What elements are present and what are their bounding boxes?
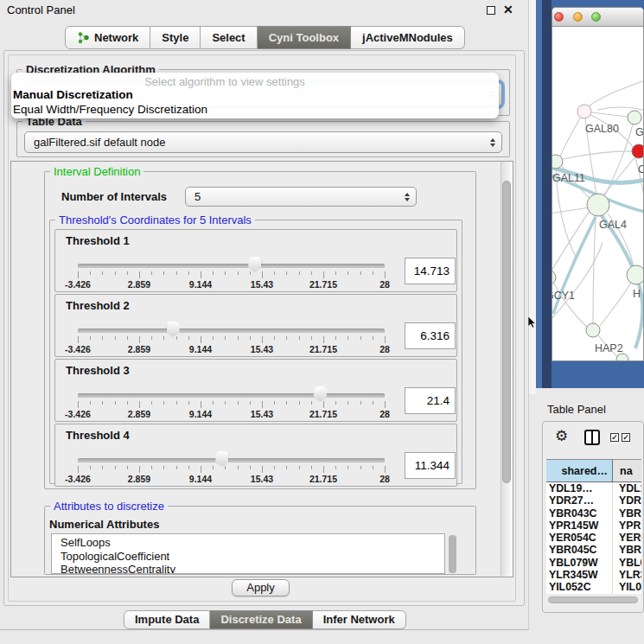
number-of-intervals-combobox[interactable]: 5	[185, 187, 417, 207]
numerical-attributes-list[interactable]: SelfLoopsTopologicalCoefficientBetweenne…	[51, 533, 445, 574]
slider-thumb[interactable]	[248, 257, 261, 272]
slider-thumb[interactable]	[167, 322, 180, 337]
panel-divider[interactable]	[529, 0, 536, 394]
tick-mark	[311, 401, 312, 405]
tab-network[interactable]: Network	[65, 26, 150, 49]
network-node-green[interactable]	[586, 323, 600, 337]
slider-thumb[interactable]	[215, 451, 228, 467]
node-label: GAL80	[585, 123, 619, 135]
network-edge[interactable]	[604, 124, 633, 196]
node-label: H	[633, 288, 641, 300]
network-edge[interactable]	[600, 283, 631, 326]
column-header-shared-name[interactable]: shared…	[546, 460, 613, 481]
table-row[interactable]: YDL19…YDL19…	[546, 482, 641, 494]
network-node-green[interactable]	[628, 111, 641, 124]
network-node-green[interactable]	[627, 265, 644, 284]
list-item[interactable]: BetweennessCentrality	[52, 563, 444, 574]
network-edge[interactable]	[593, 216, 596, 323]
threshold-block: Threshold 2-3.4262.8599.14415.4321.71528…	[54, 294, 457, 357]
network-node-green[interactable]	[587, 194, 609, 216]
tick-mark	[238, 271, 239, 275]
network-node-green[interactable]	[552, 270, 556, 285]
tab-cyni-toolbox[interactable]: Cyni Toolbox	[258, 26, 351, 49]
attributes-list-scrollbar[interactable]	[449, 535, 456, 573]
tick-mark	[274, 336, 275, 340]
slider-track[interactable]	[78, 458, 385, 462]
cell-name: YDL19…	[613, 482, 641, 494]
table-row[interactable]: YBL079WYBL079W	[546, 557, 641, 569]
algorithm-option[interactable]: Manual Discretization	[13, 88, 133, 101]
threshold-value-field[interactable]: 6.316	[405, 322, 456, 349]
apply-button[interactable]: Apply	[232, 579, 290, 596]
minimize-window-icon[interactable]	[573, 12, 583, 22]
network-edge[interactable]	[597, 107, 644, 111]
tick-mark	[90, 271, 91, 275]
network-edge[interactable]	[560, 117, 581, 156]
control-panel-titlebar: Control Panel ✕	[0, 0, 529, 21]
table-data-combobox[interactable]: galFiltered.sif default node	[24, 131, 502, 153]
table-row[interactable]: YDR27…YDR27…	[546, 494, 641, 507]
tick-mark	[213, 271, 214, 275]
cell-name: YER054C	[613, 532, 641, 544]
tick-mark	[250, 401, 251, 405]
gear-icon[interactable]: ⚙	[555, 427, 568, 445]
algorithm-option[interactable]: Equal Width/Frequency Discretization	[13, 103, 207, 116]
tab-jactivemnodules[interactable]: jActiveMNodules	[351, 26, 465, 49]
checkbox-icon[interactable]: ✓	[610, 433, 619, 442]
tick-mark	[323, 466, 324, 473]
network-node-green[interactable]	[552, 155, 563, 169]
table-hscrollbar-track[interactable]	[546, 596, 641, 604]
tick-label: 28	[379, 279, 390, 290]
tick-mark	[78, 401, 79, 408]
threshold-value-field[interactable]: 14.713	[405, 258, 456, 284]
threshold-value-field[interactable]: 21.4	[405, 387, 456, 414]
tick-mark	[238, 466, 239, 469]
tick-mark	[115, 336, 116, 340]
close-window-icon[interactable]	[554, 12, 564, 22]
table-row[interactable]: YBR045CYBR045C	[546, 544, 641, 556]
tab-discretize-data[interactable]: Discretize Data	[210, 610, 312, 629]
float-window-icon[interactable]	[487, 6, 495, 15]
network-node-green[interactable]	[616, 354, 628, 361]
table-row[interactable]: YIL052CYIL052C	[546, 581, 641, 593]
tab-style[interactable]: Style	[150, 26, 201, 49]
network-edge[interactable]	[552, 207, 588, 214]
tab-select[interactable]: Select	[201, 26, 257, 49]
slider-track[interactable]	[78, 393, 385, 398]
slider-track[interactable]	[78, 264, 385, 268]
tab-infer-network[interactable]: Infer Network	[313, 610, 406, 629]
table-row[interactable]: YPR145WYPR145W	[546, 520, 641, 532]
network-edge[interactable]	[587, 80, 644, 108]
checkbox-icon[interactable]: ✓	[622, 433, 630, 442]
close-icon[interactable]: ✕	[503, 3, 513, 16]
network-window-titlebar[interactable]	[552, 8, 643, 27]
network-canvas[interactable]: GAL80GACGAL11GAL4GCY1HHAP2	[552, 27, 644, 361]
algorithm-dropdown-popup: Select algorithm to view settings Manual…	[11, 73, 499, 118]
network-node-pink[interactable]	[577, 105, 591, 118]
network-node-red[interactable]	[632, 144, 644, 158]
columns-icon[interactable]	[584, 430, 600, 445]
slider-thumb[interactable]	[314, 386, 327, 402]
cell-name: YPR145W	[613, 520, 641, 532]
slider-track[interactable]	[78, 328, 385, 333]
tab-impute-data[interactable]: Impute Data	[124, 610, 210, 629]
list-item[interactable]: SelfLoops	[52, 534, 444, 550]
settings-scrollbar-thumb[interactable]	[502, 181, 511, 483]
combo-arrows-icon	[490, 138, 495, 147]
tick-mark	[139, 271, 140, 278]
tick-mark	[274, 466, 275, 469]
table-row[interactable]: YBR043CYBR043C	[546, 507, 641, 520]
table-row[interactable]: YLR345WYLR345W	[546, 569, 641, 581]
zoom-window-icon[interactable]	[591, 12, 601, 22]
tick-mark	[213, 336, 214, 340]
tick-label: 2.859	[128, 474, 150, 484]
threshold-value-field[interactable]: 11.344	[405, 452, 456, 479]
tick-label: 15.43	[251, 474, 273, 484]
network-edge[interactable]	[591, 112, 628, 117]
tick-label: 21.715	[309, 474, 337, 484]
table-row[interactable]: YER054CYER054C	[546, 532, 641, 544]
column-header-name[interactable]: na	[613, 460, 641, 481]
table-hscrollbar-thumb[interactable]	[548, 596, 638, 603]
table-panel: ⚙ ✓ ✓ shared… na YDL19…YDL19…YDR27…YDR27…	[542, 421, 644, 613]
list-item[interactable]: TopologicalCoefficient	[52, 550, 444, 564]
